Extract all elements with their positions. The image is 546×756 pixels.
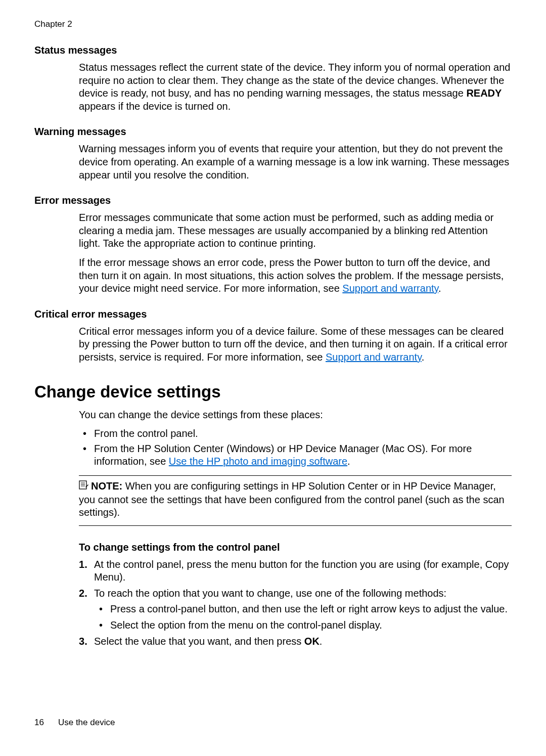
warning-body: Warning messages inform you of events th… bbox=[34, 143, 512, 182]
critical-text-b: . bbox=[422, 351, 425, 363]
step-2-sub-list: Press a control-panel button, and then u… bbox=[94, 603, 512, 632]
note-body-text: When you are configuring settings in HP … bbox=[79, 480, 505, 518]
step-3: Select the value that you want, and then… bbox=[79, 635, 512, 648]
support-warranty-link[interactable]: Support and warranty bbox=[342, 283, 438, 294]
svg-rect-0 bbox=[79, 481, 86, 489]
error-body: Error messages communicate that some act… bbox=[34, 211, 512, 295]
step-2-sub-2: Select the option from the menu on the c… bbox=[94, 619, 512, 632]
page-footer: 16Use the device bbox=[34, 718, 115, 728]
status-body: Status messages reflect the current stat… bbox=[34, 61, 512, 113]
document-page: Chapter 2 Status messages Status message… bbox=[0, 0, 546, 648]
bullet2-text-b: . bbox=[347, 456, 350, 467]
change-bullets: From the control panel. From the HP Solu… bbox=[79, 427, 512, 468]
note-label: NOTE: bbox=[91, 480, 122, 492]
footer-title: Use the device bbox=[58, 718, 115, 727]
ready-label: READY bbox=[466, 87, 502, 99]
critical-error-section: Critical error messages Critical error m… bbox=[34, 308, 512, 364]
warning-heading: Warning messages bbox=[34, 126, 512, 138]
control-panel-sub-heading: To change settings from the control pane… bbox=[79, 541, 512, 554]
chapter-label: Chapter 2 bbox=[34, 19, 512, 29]
ok-label: OK bbox=[304, 636, 320, 647]
note-icon bbox=[79, 480, 89, 494]
status-body-text-2: appears if the device is turned on. bbox=[79, 101, 231, 112]
note-box: NOTE: When you are configuring settings … bbox=[79, 475, 512, 526]
status-heading: Status messages bbox=[34, 45, 512, 56]
status-body-text-1: Status messages reflect the current stat… bbox=[79, 62, 510, 99]
change-device-settings-heading: Change device settings bbox=[34, 382, 512, 402]
status-messages-section: Status messages Status messages reflect … bbox=[34, 45, 512, 113]
page-number: 16 bbox=[34, 718, 44, 728]
error-text-2b: . bbox=[438, 283, 441, 294]
error-para-2: If the error message shows an error code… bbox=[79, 256, 512, 295]
error-messages-section: Error messages Error messages communicat… bbox=[34, 195, 512, 295]
bullet-item-1: From the control panel. bbox=[79, 427, 512, 440]
step-3-text-a: Select the value that you want, and then… bbox=[94, 636, 304, 647]
steps-list: At the control panel, press the menu but… bbox=[79, 558, 512, 648]
warning-messages-section: Warning messages Warning messages inform… bbox=[34, 126, 512, 182]
critical-heading: Critical error messages bbox=[34, 308, 512, 320]
step-3-text-b: . bbox=[320, 636, 323, 647]
support-warranty-link-2[interactable]: Support and warranty bbox=[326, 351, 422, 363]
step-2-text: To reach the option that you want to cha… bbox=[94, 588, 446, 599]
step-2: To reach the option that you want to cha… bbox=[79, 587, 512, 632]
change-intro: You can change the device settings from … bbox=[79, 409, 512, 422]
error-heading: Error messages bbox=[34, 195, 512, 206]
step-2-sub-1: Press a control-panel button, and then u… bbox=[94, 603, 512, 616]
error-para-1: Error messages communicate that some act… bbox=[79, 211, 512, 250]
critical-body: Critical error messages inform you of a … bbox=[34, 325, 512, 364]
bullet-item-2: From the HP Solution Center (Windows) or… bbox=[79, 442, 512, 468]
critical-text-a: Critical error messages inform you of a … bbox=[79, 326, 508, 363]
change-settings-body: You can change the device settings from … bbox=[34, 409, 512, 648]
hp-photo-imaging-link[interactable]: Use the HP photo and imaging software bbox=[169, 456, 347, 467]
step-1: At the control panel, press the menu but… bbox=[79, 558, 512, 584]
